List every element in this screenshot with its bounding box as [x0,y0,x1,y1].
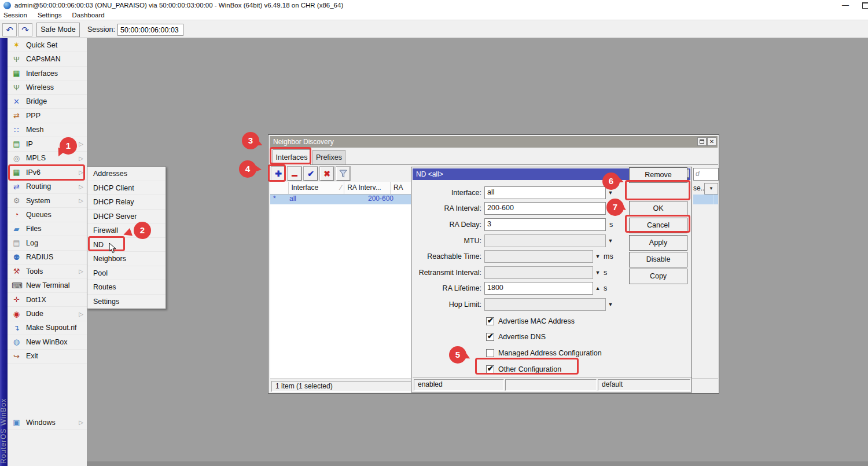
sidebar-item[interactable]: ◎ MPLS ▷ [8,152,87,166]
submenu-item[interactable]: Neighbors [87,252,165,266]
redo-icon[interactable]: ↷ [18,23,32,36]
sidebar-item[interactable]: Ψ Wireless ▷ [8,80,87,94]
enable-button[interactable]: ✔ [304,167,318,181]
status-enabled: enabled [414,379,504,391]
checkbox-label: Advertise MAC Address [498,317,575,325]
sidebar-item[interactable]: ⌨ New Terminal ▷ [8,278,87,292]
submenu-item[interactable]: Settings [87,295,165,309]
dialog-button[interactable]: Copy [629,269,687,284]
sidebar-item[interactable]: ↴ Make Supout.rif ▷ [8,321,87,335]
maximize-button[interactable] [862,2,868,9]
disable-button[interactable]: ✖ [320,167,334,181]
dialog-button[interactable]: OK [629,201,687,217]
remove-button[interactable]: ▬ [288,167,301,181]
status-default: default [598,379,690,391]
sidebar-item[interactable]: ⇄ Routing ▷ [8,179,87,193]
sidebar-item[interactable]: ⇄ PPP ▷ [8,109,87,123]
neighbor-discovery-titlebar[interactable]: Neighbor Discovery [270,136,718,148]
submenu-item[interactable]: DHCP Relay [87,195,165,210]
field-unit: s [609,221,613,229]
field-input[interactable]: 1800 [484,282,593,295]
field-input[interactable] [484,234,606,247]
sidebar-item[interactable]: ↪ Exit ▷ [8,350,87,364]
dropdown-arrow-icon[interactable]: ▼ [606,190,615,196]
safe-mode-button[interactable]: Safe Mode [36,23,80,37]
find-field-partial[interactable]: d [693,168,719,181]
filter-button[interactable] [336,167,350,181]
ra-column-header[interactable]: RA [391,182,413,194]
submenu-item[interactable]: Routes [87,280,165,295]
field-row: Hop Limit: ▼ [413,296,692,313]
minimize-button[interactable]: — [840,2,851,10]
field-label: Interface: [413,189,484,197]
dropdown-arrow-icon[interactable]: ▼ [593,270,602,276]
checkbox[interactable]: ✔ [486,333,494,341]
submenu-item[interactable]: DHCP Client [87,181,165,196]
dialog-button[interactable]: Disable [629,252,687,267]
sidebar-item[interactable]: ✕ Bridge ▷ [8,95,87,109]
field-input[interactable]: all [484,186,606,199]
field-input[interactable] [484,298,606,311]
sidebar-item-label: Routing [26,182,51,190]
sidebar-item[interactable]: ∷ Mesh ▷ [8,123,87,137]
checkbox[interactable]: ✔ [486,349,494,357]
dialog-button[interactable]: Apply [629,235,687,251]
sidebar-item[interactable]: ◉ Dude ▷ [8,307,87,321]
tab-divider [270,164,718,165]
sidebar-item[interactable]: ▤ Log ▷ [8,236,87,250]
checkbox-label: Advertise DNS [498,333,546,341]
cross-icon: ✖ [323,169,330,178]
submenu-item[interactable]: Pool [87,266,165,281]
windows-icon: ▣ [12,418,21,427]
dropdown-arrow-icon[interactable]: ▼ [606,302,615,307]
interface-column-header[interactable]: Interface∕ [289,182,345,194]
sidebar-item[interactable]: ▰ Files ▷ [8,222,87,236]
field-unit: ms [604,252,613,260]
item-count: 1 item (1 selected) [271,381,413,392]
menu-dashboard[interactable]: Dashboard [72,12,104,20]
table-row[interactable]: * all 200-600 [270,195,413,204]
sidebar-item[interactable]: Ψ CAPsMAN ▷ [8,52,87,66]
dropdown-arrow-icon[interactable]: ▼ [593,254,602,259]
sidebar-item[interactable]: ◍ New WinBox ▷ [8,335,87,349]
field-input[interactable]: 200-600 [484,202,606,215]
dropdown-arrow-icon[interactable]: ▼ [606,238,615,244]
sidebar-item-icon: ✶ [12,41,21,49]
tab-prefixes[interactable]: Prefixes [312,150,345,165]
sidebar-item[interactable]: ⚉ RADIUS ▷ [8,251,87,265]
table-row-partial[interactable] [693,195,718,204]
checkbox-row: ✔ Advertise DNS [413,329,692,346]
sidebar-item-icon: ▦ [12,69,21,78]
submenu-item[interactable]: Addresses [87,167,165,181]
sidebar-item-windows[interactable]: ▣ Windows ▷ [8,416,87,430]
field-input[interactable] [484,250,593,263]
undo-icon[interactable]: ↶ [2,23,17,36]
menu-settings[interactable]: Settings [38,12,62,20]
menu-session[interactable]: Session [3,12,27,20]
sidebar-item[interactable]: ▦ Interfaces ▷ [8,67,87,80]
sidebar-item-icon: ▤ [12,140,21,148]
sidebar-item[interactable]: ◔ Queues ▷ [8,208,87,222]
column-picker-button[interactable]: ▼ [704,183,718,195]
column-header-partial[interactable]: se.. [693,183,705,195]
maximize-icon[interactable] [697,137,707,146]
sidebar-item[interactable]: ✶ Quick Set ▷ [8,38,87,52]
winbox-app-icon [3,2,11,9]
checkbox-label: Managed Address Configuration [498,349,602,357]
field-input[interactable]: 3 [484,218,606,231]
close-icon[interactable]: ✕ [707,137,716,146]
sidebar-item-icon: ▤ [12,238,21,247]
check-icon: ✔ [487,316,494,325]
highlight-box-interfaces-tab [270,147,311,164]
field-input[interactable] [484,266,593,279]
sidebar-item[interactable]: ⚙ System ▷ [8,194,87,208]
sidebar-item[interactable]: ✛ Dot1X ▷ [8,293,87,307]
sidebar-item[interactable]: ⚒ Tools ▷ [8,265,87,278]
ra-interval-column-header[interactable]: RA Interv... [344,182,391,194]
checkbox[interactable]: ✔ [486,317,494,325]
session-field[interactable] [117,24,183,36]
dropdown-arrow-icon[interactable]: ▲ [593,285,602,291]
flag-column-header[interactable] [270,182,289,194]
submenu-item[interactable]: DHCP Server [87,210,165,224]
field-label: Retransmit Interval: [413,269,484,277]
